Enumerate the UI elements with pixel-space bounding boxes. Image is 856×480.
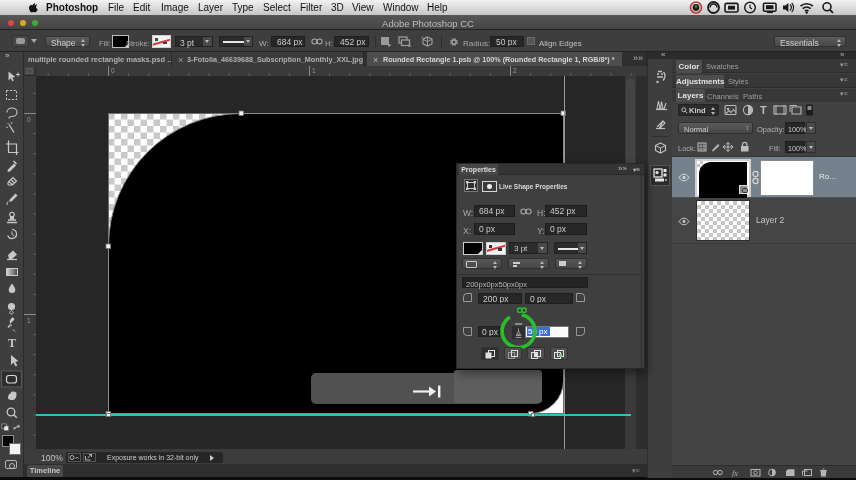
svg-text:0: 0 [111,67,115,74]
svg-text:1: 1 [27,317,31,324]
svg-text:2: 2 [513,67,517,74]
svg-text:T: T [8,336,16,350]
svg-text:1: 1 [312,67,316,74]
svg-text:0: 0 [27,116,31,123]
svg-text:T: T [760,104,767,116]
svg-text:fx: fx [732,469,738,478]
